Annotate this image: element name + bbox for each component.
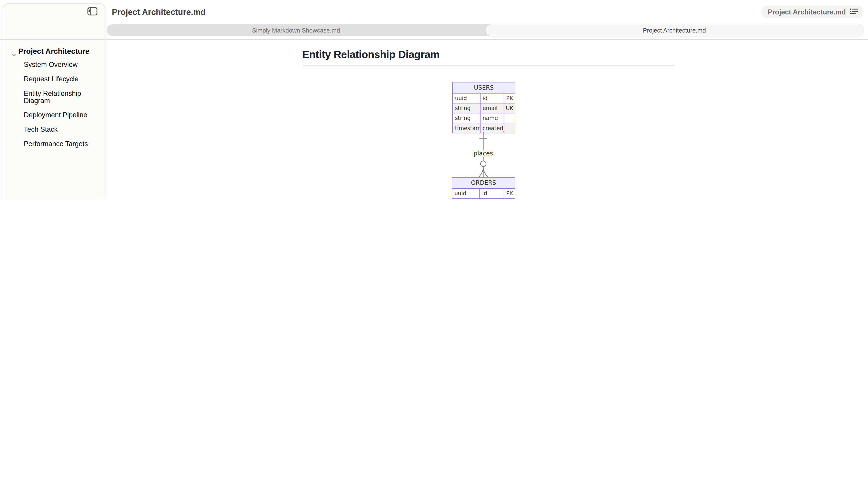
- er-cell-name: id: [480, 93, 504, 103]
- er-cell-key: PK: [504, 188, 515, 198]
- er-cell-type: uuid: [452, 188, 480, 198]
- er-relationship-places: places: [467, 132, 500, 177]
- er-row: string email UK: [453, 103, 515, 113]
- app-window: Project Architecture.md Project Architec…: [0, 0, 868, 199]
- tab-project-architecture[interactable]: Project Architecture.md: [485, 24, 864, 36]
- er-cell-type: string: [453, 113, 480, 123]
- er-diagram: USERS uuid id PK string email UK string …: [365, 77, 603, 199]
- er-relationship-label: places: [472, 150, 494, 157]
- document-heading: Entity Relationship Diagram: [302, 49, 439, 61]
- er-cell-key: UK: [504, 103, 515, 113]
- er-entity-orders: ORDERS uuid id PK uuid user_id FK decima…: [452, 177, 515, 199]
- sidebar-toggle-button[interactable]: [87, 8, 98, 17]
- er-row: uuid id PK: [452, 188, 515, 198]
- er-cell-key: FK: [504, 198, 515, 199]
- outline-item[interactable]: Deployment Pipeline: [24, 112, 100, 119]
- outline-item[interactable]: Entity Relationship Diagram: [24, 90, 100, 105]
- er-cell-name: name: [480, 113, 504, 123]
- outline-root-label: Project Architecture: [18, 47, 90, 55]
- er-cell-name: user_id: [480, 198, 504, 199]
- chevron-down-icon[interactable]: [11, 50, 16, 58]
- er-row: string name: [453, 113, 515, 123]
- tab-simply-markdown-showcase[interactable]: Simply Markdown Showcase.md: [107, 24, 485, 36]
- er-cell-type: string: [453, 103, 480, 113]
- outline-item[interactable]: System Overview: [24, 61, 100, 69]
- outline-pill-label: Project Architecture.md: [768, 8, 846, 16]
- er-cell-name: email: [480, 103, 504, 113]
- outline-root-item[interactable]: Project Architecture: [3, 47, 100, 57]
- er-entity-title: USERS: [453, 82, 515, 93]
- outline-item[interactable]: Performance Targets: [24, 140, 100, 148]
- er-row: uuid id PK: [453, 93, 515, 103]
- er-cell-key: [504, 113, 515, 123]
- er-entity-users: USERS uuid id PK string email UK string …: [452, 82, 515, 133]
- er-entity-title: ORDERS: [452, 177, 515, 188]
- header-divider: [0, 39, 868, 40]
- er-cell-key: PK: [504, 93, 515, 103]
- toc-icon: [850, 7, 858, 17]
- document-outline: Project Architecture System OverviewRequ…: [3, 47, 100, 155]
- outline-pill-button[interactable]: Project Architecture.md: [761, 5, 864, 18]
- er-cell-name: id: [480, 188, 504, 198]
- outline-item[interactable]: Request Lifecycle: [24, 76, 100, 83]
- er-cell-type: uuid: [452, 198, 480, 199]
- er-cell-type: uuid: [453, 93, 480, 103]
- window-title: Project Architecture.md: [112, 7, 206, 17]
- outline-list: System OverviewRequest LifecycleEntity R…: [3, 61, 100, 148]
- er-cell-key: [504, 123, 515, 133]
- outline-item[interactable]: Tech Stack: [24, 126, 100, 133]
- er-row: uuid user_id FK: [452, 198, 515, 199]
- heading-divider: [303, 65, 675, 66]
- tab-bar: Simply Markdown Showcase.md Project Arch…: [107, 24, 864, 36]
- panel-toggle-icon: [88, 7, 97, 18]
- sidebar: Project Architecture System OverviewRequ…: [3, 3, 105, 199]
